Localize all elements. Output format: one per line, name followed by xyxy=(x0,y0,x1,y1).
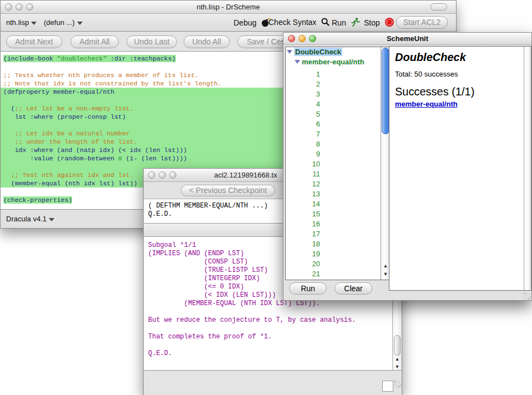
acl2-bottom-bar xyxy=(144,371,402,395)
window-controls xyxy=(148,171,176,179)
tree-case-13[interactable]: 13 xyxy=(286,189,320,199)
detail-heading: DoubleCheck xyxy=(395,51,466,64)
admit-next-button[interactable]: Admit Next xyxy=(6,36,62,48)
schemeunit-titlebar[interactable]: SchemeUnit xyxy=(283,33,531,45)
text-line: Q.E.D. xyxy=(148,350,356,358)
tree-root-label: DoubleCheck xyxy=(294,48,342,56)
text-line: But we reduce the conjecture to T, by ca… xyxy=(148,316,356,325)
zoom-button[interactable] xyxy=(169,171,176,179)
tree-case-18[interactable]: 18 xyxy=(286,239,320,249)
check-syntax-button[interactable]: Check Syntax xyxy=(268,17,330,28)
test-case-list: 123456789101112131415161718192021 xyxy=(286,69,390,279)
previous-checkpoint-button[interactable]: < Previous Checkpoint xyxy=(181,185,275,196)
run-label: Run xyxy=(332,18,346,27)
undo-all-button[interactable]: Undo All xyxy=(184,36,230,48)
tree-case-14[interactable]: 14 xyxy=(286,199,320,209)
text-line: That completes the proof of *1. xyxy=(148,333,356,341)
tree-child-label: member-equal/nth xyxy=(302,58,364,66)
check-syntax-label: Check Syntax xyxy=(268,18,316,27)
text-line xyxy=(148,341,356,350)
tree-case-6[interactable]: 6 xyxy=(286,119,320,129)
file-popup-label: nth.lisp xyxy=(6,18,29,27)
test-tree-panel[interactable]: DoubleCheck member-equal/nth 12345678910… xyxy=(285,47,391,280)
stop-label: Stop xyxy=(364,18,380,27)
tree-case-3[interactable]: 3 xyxy=(286,89,320,99)
search-icon xyxy=(321,19,330,28)
undo-last-button[interactable]: Undo Last xyxy=(126,36,177,48)
window-title: SchemeUnit xyxy=(283,34,531,43)
clear-button[interactable]: Clear xyxy=(335,282,372,295)
tree-case-7[interactable]: 7 xyxy=(286,129,320,139)
tree-case-5[interactable]: 5 xyxy=(286,109,320,119)
scrollbar-thumb[interactable] xyxy=(394,335,401,356)
toolbar-toggle-button[interactable] xyxy=(430,3,447,11)
tree-case-10[interactable]: 10 xyxy=(286,159,320,169)
tree-case-12[interactable]: 12 xyxy=(286,179,320,189)
drscheme-titlebar[interactable]: nth.lisp - DrScheme xyxy=(1,1,456,14)
run-button[interactable]: Run xyxy=(332,17,361,29)
tree-case-15[interactable]: 15 xyxy=(286,209,320,219)
tree-node-member-equal-nth[interactable]: member-equal/nth xyxy=(286,57,390,67)
defun-popup-label: (defun ...) xyxy=(44,18,75,27)
tree-case-2[interactable]: 2 xyxy=(286,79,320,89)
admit-all-button[interactable]: Admit All xyxy=(70,36,119,48)
tree-case-19[interactable]: 19 xyxy=(286,249,320,259)
tree-case-8[interactable]: 8 xyxy=(286,139,320,149)
tree-case-1[interactable]: 1 xyxy=(286,69,320,79)
tree-node-doublecheck[interactable]: DoubleCheck xyxy=(286,47,390,57)
debug-label: Debug xyxy=(234,18,256,27)
drscheme-toolbar: nth.lisp (defun ...) Debug Check Syntax … xyxy=(1,14,456,32)
file-popup-menu[interactable]: nth.lisp xyxy=(6,18,37,27)
window-title: nth.lisp - DrScheme xyxy=(1,3,456,11)
tree-case-17[interactable]: 17 xyxy=(286,229,320,239)
minimize-button[interactable] xyxy=(159,171,166,179)
disclosure-triangle-icon[interactable] xyxy=(287,50,292,54)
tree-case-21[interactable]: 21 xyxy=(286,269,320,279)
close-button[interactable] xyxy=(148,171,155,179)
disclosure-triangle-icon[interactable] xyxy=(295,60,300,64)
chevron-down-icon xyxy=(31,22,37,25)
scroll-up-icon[interactable]: ▲ xyxy=(393,356,402,363)
window-title: acl2.1219891668.tx xyxy=(214,171,277,179)
debug-button[interactable]: Debug xyxy=(234,17,271,29)
language-label: Dracula v4.1 xyxy=(6,215,47,223)
start-acl2-button[interactable]: Start ACL2 xyxy=(396,16,448,29)
tree-case-16[interactable]: 16 xyxy=(286,219,320,229)
schemeunit-window: SchemeUnit DoubleCheck member-equal/nth … xyxy=(283,32,532,301)
chevron-down-icon xyxy=(77,22,83,25)
run-tests-button[interactable]: Run xyxy=(289,282,327,295)
tree-case-4[interactable]: 4 xyxy=(286,99,320,109)
text-line xyxy=(148,325,356,333)
language-menu[interactable]: Dracula v4.1 xyxy=(6,215,54,223)
detail-total: Total: 50 successes xyxy=(395,70,458,78)
stop-icon xyxy=(384,20,394,29)
text-line: (MEMBER-EQUAL (NTH IDX LST) LST)). xyxy=(148,300,356,308)
stop-button[interactable]: Stop xyxy=(364,17,394,29)
resize-grip-icon[interactable] xyxy=(394,381,401,388)
success-link[interactable]: member-equal/nth xyxy=(395,100,458,108)
resize-grip-icon[interactable] xyxy=(524,292,531,300)
scroll-down-icon[interactable]: ▼ xyxy=(393,363,402,371)
defun-popup-menu[interactable]: (defun ...) xyxy=(44,18,83,27)
text-line xyxy=(148,308,356,316)
vertical-scrollbar[interactable] xyxy=(524,47,531,290)
lock-checkbox[interactable] xyxy=(382,381,393,392)
successes-heading: Successes (1/1) xyxy=(395,85,474,98)
scrollbar-thumb[interactable] xyxy=(382,48,389,134)
runner-icon xyxy=(351,20,361,29)
tree-case-20[interactable]: 20 xyxy=(286,259,320,269)
test-detail-panel: DoubleCheck Total: 50 successes Successe… xyxy=(389,46,531,291)
tree-case-9[interactable]: 9 xyxy=(286,149,320,159)
desktop: nth.lisp - DrScheme nth.lisp (defun ...)… xyxy=(0,0,532,395)
tree-case-11[interactable]: 11 xyxy=(286,169,320,179)
chevron-down-icon xyxy=(49,218,54,221)
